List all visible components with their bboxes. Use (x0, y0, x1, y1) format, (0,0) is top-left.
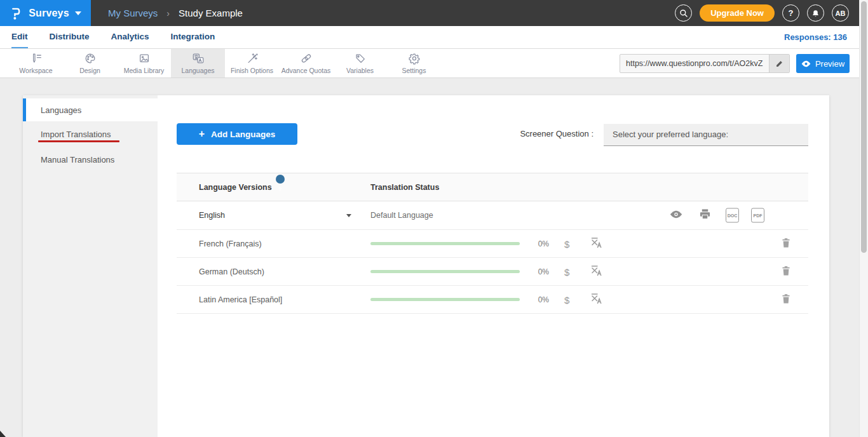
currency-icon[interactable]: $ (564, 238, 569, 249)
survey-nav-tabs: Edit Distribute Analytics Integration Re… (0, 26, 859, 49)
printer-icon (699, 209, 711, 220)
tab-distribute[interactable]: Distribute (50, 26, 90, 48)
screener-question-label: Screener Question : (520, 129, 593, 138)
sidebar-item-manual-translations[interactable]: Manual Translations (23, 147, 158, 172)
translate-squares-icon (191, 52, 206, 65)
questionpro-logo-icon (10, 6, 23, 20)
language-versions-table: Language Versions? Translation Status En… (177, 173, 808, 314)
toolbar-item-finish-options[interactable]: Finish Options (225, 49, 279, 77)
translate-icon (590, 237, 602, 248)
column-language-versions: Language Versions? (199, 173, 285, 202)
pdf-file-icon: PDF (751, 208, 764, 223)
language-rows: French (Français) 0% $ German (Deutsch) … (177, 230, 808, 314)
auto-translate-button[interactable] (590, 293, 602, 306)
export-doc-button[interactable]: DOC (726, 208, 739, 223)
image-icon (137, 52, 151, 65)
edit-url-button[interactable] (769, 55, 789, 72)
table-row-language: Latin America [Español] 0% $ (177, 286, 808, 314)
toolbar-item-languages[interactable]: Languages (171, 49, 225, 77)
progress-percent: 0% (527, 267, 549, 276)
sidebar-item-languages[interactable]: Languages (23, 98, 158, 121)
languages-content: + Add Languages Screener Question : Sele… (158, 95, 829, 437)
add-languages-button[interactable]: + Add Languages (177, 123, 297, 145)
stray-cursor-artifact (0, 431, 6, 437)
red-underline-annotation (38, 140, 119, 142)
column-translation-status: Translation Status (370, 173, 439, 202)
table-row-default-language: English Default Language (177, 201, 808, 230)
eye-icon (669, 210, 683, 218)
print-button[interactable] (699, 209, 711, 222)
auto-translate-button[interactable] (590, 237, 602, 250)
survey-url[interactable]: https://www.questionpro.com/t/AO2kvZ (620, 55, 769, 72)
translation-progress-bar (370, 242, 520, 245)
active-indicator-bar (23, 98, 26, 121)
preview-button[interactable]: Preview (796, 54, 850, 73)
language-name: German (Deutsch) (199, 267, 264, 276)
toolbar-item-settings[interactable]: Settings (387, 49, 441, 77)
delete-language-button[interactable] (782, 266, 790, 278)
magic-wand-icon (245, 52, 259, 65)
gear-icon (407, 52, 421, 65)
pencil-icon (775, 60, 783, 68)
avatar[interactable]: AB (832, 4, 849, 22)
vertical-scrollbar[interactable] (859, 0, 868, 437)
workspace-icon (29, 52, 43, 65)
responses-count[interactable]: Responses: 136 (784, 26, 847, 48)
upgrade-now-button[interactable]: Upgrade Now (700, 4, 775, 22)
survey-url-box: https://www.questionpro.com/t/AO2kvZ (620, 54, 790, 73)
avatar-initials: AB (836, 10, 846, 17)
breadcrumb-parent-link[interactable]: My Surveys (108, 8, 158, 18)
export-pdf-button[interactable]: PDF (751, 208, 764, 223)
screener-question-select[interactable]: Select your preferred language: (604, 124, 808, 146)
sidebar-item-import-translations[interactable]: Import Translations (23, 121, 158, 147)
help-button[interactable]: ? (782, 4, 799, 22)
product-menu-label: Surveys (29, 8, 69, 19)
breadcrumb-current: Study Example (179, 8, 243, 18)
table-row-language: French (Français) 0% $ (177, 230, 808, 258)
edit-toolbar: Workspace Design Media Library Languages… (0, 49, 859, 78)
language-name: Latin America [Español] (199, 295, 282, 304)
tab-integration[interactable]: Integration (171, 26, 215, 48)
help-icon: ? (789, 8, 794, 18)
languages-sidebar: Languages Import Translations Manual Tra… (23, 95, 158, 437)
notifications-button[interactable] (807, 4, 824, 22)
search-button[interactable] (675, 4, 692, 22)
bell-icon (811, 9, 820, 18)
breadcrumb: My Surveys › Study Example (108, 0, 243, 26)
header-actions: Upgrade Now ? AB (675, 0, 849, 26)
delete-language-button[interactable] (782, 293, 790, 306)
view-survey-button[interactable] (669, 210, 683, 221)
toolbar-item-advance-quotas[interactable]: Advance Quotas (279, 49, 333, 77)
eye-icon (801, 60, 811, 67)
auto-translate-button[interactable] (590, 265, 602, 278)
trash-icon (782, 266, 790, 276)
table-header-row: Language Versions? Translation Status (177, 173, 808, 201)
toolbar-item-variables[interactable]: Variables (333, 49, 387, 77)
help-icon[interactable]: ? (276, 175, 285, 184)
search-icon (679, 9, 688, 18)
default-language-status: Default Language (370, 211, 433, 220)
translate-icon (590, 265, 602, 276)
chain-links-icon (299, 52, 313, 65)
tab-analytics[interactable]: Analytics (111, 26, 149, 48)
toolbar-item-media-library[interactable]: Media Library (117, 49, 171, 77)
palette-icon (83, 52, 97, 65)
delete-language-button[interactable] (782, 238, 790, 250)
tag-icon (353, 52, 367, 65)
translation-progress-bar (370, 270, 520, 273)
currency-icon[interactable]: $ (564, 266, 569, 277)
translate-icon (590, 293, 602, 304)
currency-icon[interactable]: $ (564, 294, 569, 305)
trash-icon (782, 238, 790, 248)
product-menu[interactable]: Surveys (0, 0, 91, 26)
default-language-name[interactable]: English (199, 211, 225, 220)
language-name: French (Français) (199, 239, 262, 248)
scrollbar-thumb[interactable] (861, 1, 867, 253)
trash-icon (782, 293, 790, 304)
tab-edit[interactable]: Edit (11, 26, 28, 48)
toolbar-item-design[interactable]: Design (63, 49, 117, 77)
table-row-language: German (Deutsch) 0% $ (177, 258, 808, 286)
toolbar-item-workspace[interactable]: Workspace (9, 49, 63, 77)
top-header-bar: Surveys My Surveys › Study Example Upgra… (0, 0, 859, 26)
language-dropdown-caret-icon[interactable] (346, 214, 351, 217)
